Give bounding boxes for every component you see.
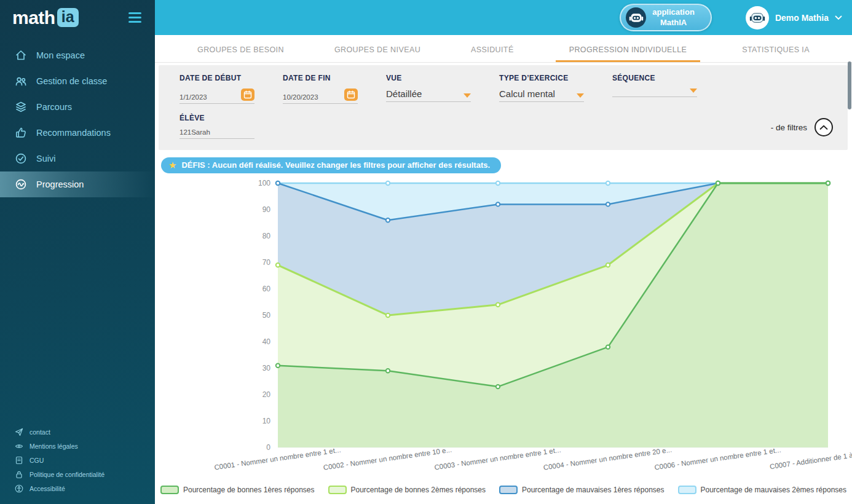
activity-wave-icon: [15, 178, 27, 191]
vue-label: VUE: [386, 74, 471, 82]
calendar-icon[interactable]: [241, 89, 254, 101]
legend-label: Pourcentage de mauvaises 1ères réponses: [522, 486, 664, 494]
tab-bar: GROUPES DE BESOIN GROUPES DE NIVEAU ASSI…: [155, 35, 852, 63]
chart-marker: [606, 202, 610, 206]
type-exercice-field: TYPE D’EXERCICE Calcul mental: [499, 74, 584, 104]
svg-text:C0001 - Nommer un nombre entre: C0001 - Nommer un nombre entre 1 et...: [214, 446, 341, 471]
svg-text:C0006 - Nommer un nombre entre: C0006 - Nommer un nombre entre 1 et...: [654, 446, 781, 471]
footer-item-label: Accessibilité: [30, 485, 65, 492]
sidebar-item-parcours[interactable]: Parcours: [0, 94, 155, 120]
less-filters-label: - de filtres: [771, 123, 807, 132]
footer-item-cgu[interactable]: CGU: [0, 453, 155, 467]
chart-marker: [826, 181, 830, 185]
chart-marker: [606, 181, 610, 185]
chart-marker: [276, 364, 280, 368]
sidebar-footer: contact Mentions légales CGU Politique d…: [0, 425, 155, 495]
eleve-input[interactable]: 121Sarah: [179, 128, 254, 139]
app-button-line2: MathIA: [652, 18, 695, 28]
chart-canvas: 0102030405060708090100C0001 - Nommer un …: [216, 177, 850, 484]
sidebar-item-mon-espace[interactable]: Mon espace: [0, 42, 155, 68]
legend-swatch: [160, 486, 179, 494]
sidebar-nav: Mon espace Gestion de classe Parcours: [0, 42, 155, 197]
footer-item-label: contact: [30, 428, 50, 436]
eleve-value: 121Sarah: [179, 128, 210, 136]
footer-item-mentions-legales[interactable]: Mentions légales: [0, 439, 155, 453]
sidebar-item-suivi[interactable]: Suivi: [0, 146, 155, 171]
tab-groupes-de-besoin[interactable]: GROUPES DE BESOIN: [189, 43, 293, 62]
type-exercice-select[interactable]: Calcul mental: [499, 89, 584, 102]
svg-text:30: 30: [262, 364, 271, 372]
topbar: application MathIA Demo Mathia: [155, 0, 852, 35]
footer-item-label: Politique de confidentialité: [30, 471, 105, 478]
footer-item-label: Mentions légales: [30, 443, 78, 450]
application-mathia-button[interactable]: application MathIA: [620, 4, 712, 31]
tab-statistiques-ia[interactable]: STATISTIQUES IA: [733, 43, 818, 62]
footer-item-contact[interactable]: contact: [0, 425, 155, 439]
svg-text:100: 100: [258, 179, 270, 187]
date-fin-input[interactable]: 10/20/2023: [283, 89, 358, 104]
accessibility-icon: [15, 484, 23, 493]
chart-marker: [716, 181, 720, 185]
date-debut-input[interactable]: 1/1/2023: [179, 89, 254, 104]
paper-plane-icon: [15, 428, 23, 436]
sidebar-item-gestion-de-classe[interactable]: Gestion de classe: [0, 68, 155, 94]
dropdown-arrow-icon: [690, 89, 697, 93]
svg-text:C0007 - Additionner de 1 à 9 (: C0007 - Additionner de 1 à 9 (sans ...: [769, 447, 852, 470]
chevron-right-icon: [140, 77, 145, 85]
document-icon: [15, 456, 23, 465]
chart-marker: [386, 181, 390, 185]
banner-text: DÉFIS : Aucun défi réalisé. Veuillez cha…: [181, 160, 490, 170]
chart-marker: [496, 385, 500, 388]
check-circle-icon: [15, 152, 27, 165]
svg-text:70: 70: [262, 258, 271, 267]
svg-text:40: 40: [262, 337, 271, 346]
defis-info-banner: ★ DÉFIS : Aucun défi réalisé. Veuillez c…: [161, 157, 501, 173]
sidebar-item-label: Parcours: [36, 102, 72, 112]
sidebar-item-progression[interactable]: Progression: [0, 171, 155, 197]
star-icon: ★: [168, 160, 176, 170]
dropdown-arrow-icon: [577, 93, 584, 98]
type-exercice-value: Calcul mental: [499, 89, 555, 99]
mathia-logo[interactable]: math ia: [12, 7, 79, 28]
vue-select[interactable]: Détaillée: [386, 89, 471, 102]
user-menu[interactable]: Demo Mathia: [746, 6, 842, 30]
less-filters-toggle[interactable]: - de filtres: [771, 118, 833, 136]
user-avatar-robot-icon: [746, 6, 769, 30]
scrollbar-thumb[interactable]: [848, 61, 851, 109]
sidebar-item-label: Suivi: [36, 154, 55, 163]
sidebar-item-label: Progression: [36, 179, 84, 189]
footer-item-politique-confidentialite[interactable]: Politique de confidentialité: [0, 467, 155, 481]
type-exercice-label: TYPE D’EXERCICE: [499, 74, 584, 82]
legend-item: Pourcentage de bonnes 2èmes réponses: [328, 486, 486, 494]
date-fin-value: 10/20/2023: [283, 93, 318, 101]
lock-icon: [15, 470, 23, 479]
users-icon: [15, 75, 27, 87]
tab-groupes-de-niveau[interactable]: GROUPES DE NIVEAU: [326, 43, 429, 62]
svg-text:C0004 - Nommer un nombre entre: C0004 - Nommer un nombre entre 20 e...: [543, 446, 673, 471]
legend-label: Pourcentage de bonnes 1ères réponses: [183, 486, 315, 494]
app-window: math ia Mon espace Gestion de classe: [0, 0, 852, 504]
svg-text:90: 90: [262, 205, 271, 214]
tab-progression-individuelle[interactable]: PROGRESSION INDIVIDUELLE: [556, 43, 701, 62]
svg-text:0: 0: [266, 443, 270, 452]
chart-marker: [496, 181, 500, 185]
chart-marker: [386, 313, 390, 317]
eleve-label: ÉLÈVE: [179, 114, 254, 122]
chevron-down-icon: [835, 15, 842, 20]
logo-text-ia: ia: [57, 8, 79, 27]
eye-icon: [15, 442, 23, 451]
user-name: Demo Mathia: [775, 13, 829, 23]
footer-item-accessibilite[interactable]: Accessibilité: [0, 481, 155, 495]
robot-icon: [626, 7, 646, 28]
hamburger-menu-icon[interactable]: [126, 10, 144, 25]
svg-text:50: 50: [262, 311, 271, 320]
chart-marker: [276, 263, 280, 267]
sequence-select[interactable]: [612, 89, 697, 97]
calendar-icon[interactable]: [344, 89, 358, 101]
app-button-line1: application: [652, 7, 695, 17]
vue-field: VUE Détaillée: [386, 74, 471, 104]
logo-text-math: math: [12, 7, 55, 28]
sidebar-item-recommandations[interactable]: Recommandations: [0, 120, 155, 146]
legend-item: Pourcentage de bonnes 1ères réponses: [160, 486, 315, 494]
tab-assiduite[interactable]: ASSIDUITÉ: [462, 43, 523, 62]
